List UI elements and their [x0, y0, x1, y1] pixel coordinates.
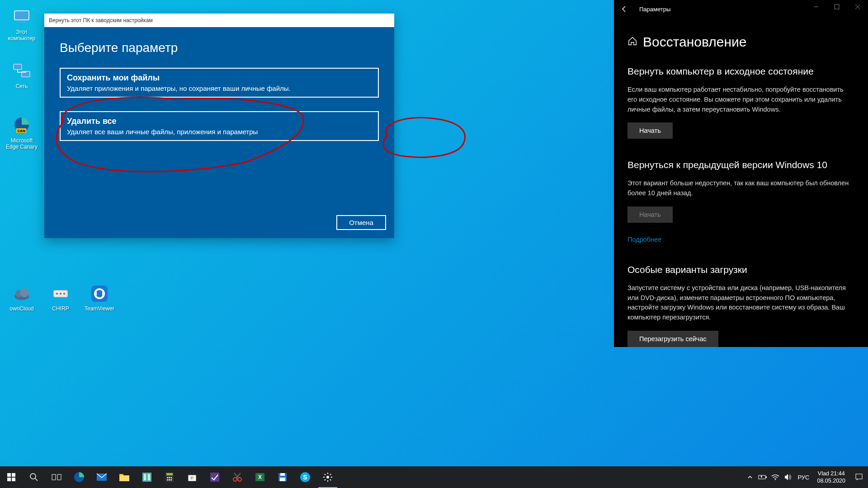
settings-window: Параметры Восстановление Вернуть компьют… — [614, 0, 868, 347]
reset-dialog: Вернуть этот ПК к заводским настройкам В… — [44, 14, 394, 238]
option-title: Удалить все — [67, 117, 372, 126]
desktop-icon-label: TeamViewer — [85, 305, 114, 312]
taskbar-app-explorer[interactable] — [113, 466, 136, 488]
desktop-icon-label: Microsoft Edge Canary — [5, 137, 39, 150]
svg-point-14 — [63, 293, 65, 295]
taskbar-app-skype[interactable]: S — [294, 466, 316, 488]
maximize-button[interactable] — [826, 0, 847, 14]
svg-rect-21 — [7, 478, 11, 481]
tray-wifi-icon[interactable] — [769, 466, 782, 488]
reset-option-keep-files[interactable]: Сохранить мои файлы Удаляет приложения и… — [60, 68, 379, 98]
svg-rect-28 — [119, 475, 129, 481]
svg-rect-18 — [835, 5, 839, 9]
taskbar-date: 08.05.2020 — [817, 477, 845, 484]
tray-overflow-icon[interactable] — [744, 466, 756, 488]
desktop-icon-label: Этот компьютер — [5, 29, 39, 42]
option-title: Сохранить мои файлы — [67, 73, 372, 83]
desktop-icon-thispc[interactable]: Этот компьютер — [5, 7, 39, 42]
reset-option-remove-all[interactable]: Удалить все Удаляет все ваши личные файл… — [60, 111, 379, 141]
page-title: Восстановление — [643, 34, 746, 50]
svg-point-55 — [326, 476, 329, 479]
svg-rect-41 — [191, 477, 192, 478]
svg-rect-42 — [193, 477, 194, 478]
svg-rect-51 — [280, 473, 285, 476]
svg-point-13 — [60, 293, 61, 295]
tray-volume-icon[interactable] — [782, 466, 794, 488]
svg-rect-25 — [57, 474, 61, 480]
svg-rect-20 — [12, 473, 15, 477]
section-heading-advanced: Особые варианты загрузки — [627, 264, 854, 275]
serial-icon — [51, 284, 71, 304]
svg-rect-45 — [210, 473, 219, 482]
learn-more-link[interactable]: Подробнее — [627, 236, 661, 243]
settings-window-title: Параметры — [639, 6, 670, 13]
task-view-button[interactable] — [45, 466, 68, 488]
taskbar-user: Vlad — [818, 470, 829, 477]
reset-dialog-titlebar: Вернуть этот ПК к заводским настройкам — [44, 14, 394, 27]
action-center-icon[interactable] — [850, 466, 868, 488]
svg-rect-19 — [7, 473, 11, 477]
svg-rect-1 — [19, 21, 24, 22]
teamviewer-icon — [90, 284, 109, 304]
start-button[interactable] — [0, 466, 23, 488]
desktop-icon-owncloud[interactable]: ownCloud — [5, 284, 39, 312]
svg-rect-31 — [148, 474, 150, 480]
taskbar-app-store[interactable] — [181, 466, 203, 488]
search-button[interactable] — [23, 466, 45, 488]
svg-point-39 — [171, 479, 172, 481]
option-desc: Удаляет все ваши личные файлы, приложени… — [67, 128, 372, 136]
network-icon — [12, 61, 32, 81]
desktop-icon-chirp[interactable]: CHIRP — [43, 284, 78, 312]
taskbar-app-save[interactable] — [271, 466, 294, 488]
home-icon[interactable] — [627, 36, 637, 48]
close-button[interactable] — [847, 0, 868, 14]
tray-battery-icon[interactable] — [756, 466, 769, 488]
taskbar-app-generic-blue[interactable] — [136, 466, 158, 488]
minimize-button[interactable] — [806, 0, 826, 14]
reset-heading: Выберите параметр — [60, 41, 379, 55]
svg-rect-0 — [14, 11, 29, 20]
taskbar-app-mail[interactable] — [90, 466, 113, 488]
taskbar-app-snipping[interactable] — [226, 466, 249, 488]
svg-point-34 — [167, 477, 169, 479]
desktop-icon-edge[interactable]: CAN Microsoft Edge Canary — [5, 116, 39, 150]
section-heading-reset: Вернуть компьютер в исходное состояние — [627, 66, 854, 77]
taskbar-clock[interactable]: Vlad 21:44 08.05.2020 — [812, 470, 850, 485]
taskbar-app-calculator[interactable] — [158, 466, 181, 488]
taskbar: X S РУС Vlad 21:44 08.05.2020 — [0, 466, 868, 488]
back-button[interactable] — [618, 2, 631, 16]
cancel-button[interactable]: Отмена — [336, 215, 386, 230]
desktop-icon-network[interactable]: Сеть — [5, 61, 39, 89]
svg-rect-3 — [14, 64, 22, 70]
svg-point-17 — [96, 290, 103, 297]
language-indicator[interactable]: РУС — [794, 466, 812, 488]
svg-rect-43 — [191, 479, 192, 480]
svg-point-23 — [30, 474, 36, 479]
edge-icon: CAN — [12, 116, 32, 136]
restart-now-button[interactable]: Перезагрузить сейчас — [627, 331, 718, 347]
option-desc: Удаляет приложения и параметры, но сохра… — [67, 84, 372, 92]
svg-rect-22 — [12, 478, 15, 481]
settings-titlebar: Параметры — [614, 0, 868, 18]
svg-rect-30 — [144, 474, 146, 480]
taskbar-app-excel[interactable]: X — [249, 466, 271, 488]
taskbar-app-settings[interactable] — [316, 466, 339, 488]
svg-rect-52 — [280, 478, 285, 481]
taskbar-app-snip[interactable] — [203, 466, 226, 488]
svg-point-58 — [775, 479, 776, 480]
start-reset-button[interactable]: Начать — [627, 122, 673, 139]
taskbar-time: 21:44 — [830, 470, 844, 477]
svg-rect-57 — [766, 476, 767, 478]
desktop-icon-teamviewer[interactable]: TeamViewer — [82, 284, 117, 312]
svg-point-35 — [169, 477, 170, 479]
svg-text:X: X — [258, 474, 262, 480]
svg-rect-44 — [193, 479, 194, 480]
computer-icon — [12, 7, 32, 27]
taskbar-app-edge[interactable] — [68, 466, 90, 488]
svg-rect-40 — [188, 475, 196, 481]
svg-text:CAN: CAN — [17, 129, 25, 133]
desktop-icon-label: CHIRP — [52, 305, 69, 312]
svg-text:S: S — [303, 474, 307, 481]
svg-point-10 — [20, 288, 29, 297]
svg-point-36 — [171, 477, 172, 479]
